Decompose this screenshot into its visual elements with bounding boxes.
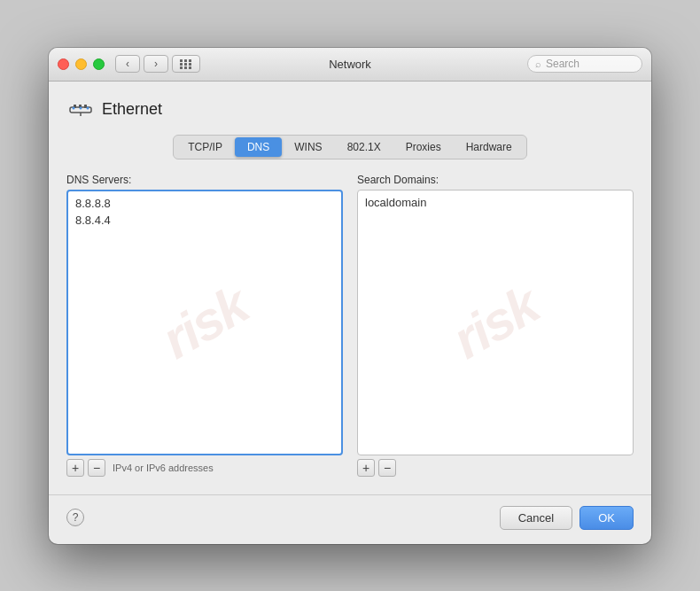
tab-wins[interactable]: WINS (282, 137, 334, 157)
search-placeholder: Search (546, 58, 579, 70)
list-item: localdomain (362, 194, 629, 211)
action-buttons: Cancel OK (500, 506, 634, 530)
help-button[interactable]: ? (66, 509, 84, 526)
titlebar: ‹ › Network ⌕ Search (49, 48, 651, 82)
search-domains-panel: Search Domains: risk localdomain + − (357, 174, 634, 477)
traffic-lights (58, 58, 105, 70)
network-window: ‹ › Network ⌕ Search (49, 48, 651, 544)
close-button[interactable] (58, 58, 69, 70)
svg-rect-3 (84, 105, 87, 108)
search-domains-label: Search Domains: (357, 174, 634, 186)
list-item: 8.8.8.8 (72, 195, 338, 212)
dns-servers-label: DNS Servers: (66, 174, 343, 186)
dns-controls: + − IPv4 or IPv6 addresses (66, 459, 343, 477)
cancel-button[interactable]: Cancel (500, 506, 572, 530)
tab-8021x[interactable]: 802.1X (335, 137, 393, 157)
ethernet-label: Ethernet (102, 100, 162, 119)
tab-dns[interactable]: DNS (235, 137, 282, 157)
forward-button[interactable]: › (144, 55, 168, 73)
search-domains-list[interactable]: risk localdomain (357, 190, 634, 455)
watermark-2: risk (442, 274, 548, 370)
search-add-button[interactable]: + (357, 459, 375, 477)
bottom-bar: ? Cancel OK (49, 494, 651, 544)
ethernet-header: Ethernet (66, 96, 634, 124)
maximize-button[interactable] (93, 58, 105, 70)
dns-servers-panel: DNS Servers: risk 8.8.8.8 8.8.4.4 + − IP… (66, 174, 343, 477)
search-icon: ⌕ (535, 58, 541, 69)
grid-icon (180, 59, 192, 69)
search-controls: + − (357, 459, 634, 477)
content-area: Ethernet TCP/IP DNS WINS 802.1X Proxies … (49, 82, 651, 491)
tabs-bar: TCP/IP DNS WINS 802.1X Proxies Hardware (173, 135, 526, 159)
dns-add-button[interactable]: + (66, 459, 84, 477)
dns-remove-button[interactable]: − (88, 459, 105, 477)
grid-button[interactable] (172, 55, 200, 73)
tab-tcpip[interactable]: TCP/IP (175, 137, 235, 157)
back-button[interactable]: ‹ (115, 55, 140, 73)
tab-proxies[interactable]: Proxies (393, 137, 454, 157)
svg-point-5 (73, 106, 75, 109)
watermark: risk (152, 274, 258, 370)
ethernet-icon (66, 96, 95, 124)
svg-point-6 (80, 106, 82, 109)
dns-servers-list[interactable]: risk 8.8.8.8 8.8.4.4 (66, 190, 343, 455)
nav-buttons: ‹ › (115, 55, 168, 73)
minimize-button[interactable] (75, 58, 87, 70)
search-box[interactable]: ⌕ Search (527, 55, 642, 73)
panels: DNS Servers: risk 8.8.8.8 8.8.4.4 + − IP… (66, 174, 634, 477)
window-title: Network (329, 58, 371, 71)
search-remove-button[interactable]: − (378, 459, 396, 477)
dns-hint: IPv4 or IPv6 addresses (113, 463, 214, 473)
list-item: 8.8.4.4 (72, 212, 338, 229)
ok-button[interactable]: OK (579, 506, 634, 530)
svg-point-7 (87, 106, 89, 109)
tab-hardware[interactable]: Hardware (454, 137, 525, 157)
